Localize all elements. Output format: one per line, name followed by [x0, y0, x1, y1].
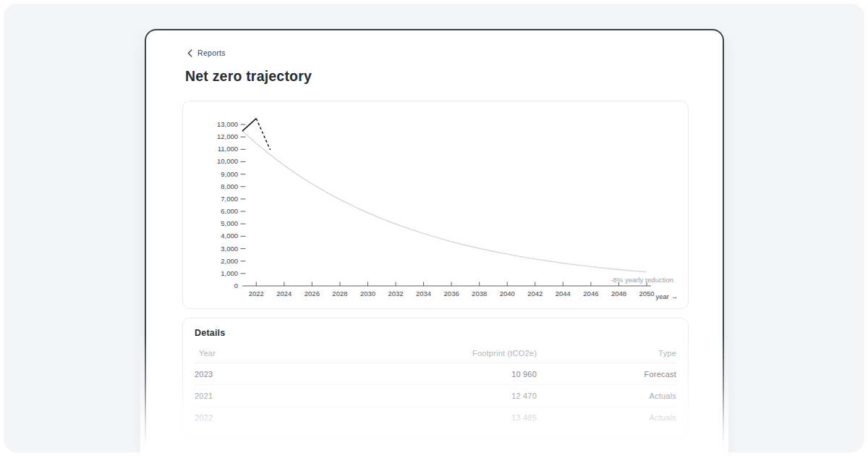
trajectory-chart-card: 01,0002,0003,0004,0005,0006,0007,0008,00…: [182, 101, 689, 309]
x-tick-label: 2026: [305, 290, 320, 297]
series--8-yearly-reduction-trajectory: [242, 131, 647, 272]
y-tick-label: 8,000: [221, 182, 238, 190]
table-header-row: Year Footprint (tCO2e) Type: [195, 344, 676, 363]
y-tick-label: 13,000: [217, 120, 238, 128]
y-tick-label: 0: [234, 282, 238, 290]
breadcrumb-back-link[interactable]: Reports: [187, 48, 226, 57]
window-content: Reports Net zero trajectory 01,0002,0003…: [146, 30, 723, 436]
y-tick-label: 5,000: [221, 219, 238, 227]
x-tick-label: 2042: [527, 290, 542, 297]
page: Reports Net zero trajectory 01,0002,0003…: [0, 0, 868, 456]
table-row: 2021 12 470 Actuals: [195, 385, 676, 407]
x-tick-label: 2038: [472, 290, 487, 297]
y-tick-label: 4,000: [221, 232, 238, 240]
y-tick-label: 2,000: [221, 257, 238, 265]
x-tick-label: 2048: [611, 290, 626, 297]
y-tick-label: 3,000: [221, 245, 238, 253]
x-tick-label: 2024: [276, 290, 292, 297]
cell-year: 2022: [195, 413, 260, 422]
y-tick-label: 9,000: [221, 170, 238, 178]
cell-type: Actuals: [537, 413, 676, 422]
details-table: Year Footprint (tCO2e) Type 2023 10 960 …: [195, 344, 676, 428]
y-tick-label: 6,000: [221, 207, 238, 215]
x-tick-label: 2022: [249, 290, 264, 297]
x-tick-label: 2036: [444, 290, 459, 297]
column-header-year: Year: [195, 349, 260, 358]
column-header-footprint: Footprint (tCO2e): [260, 349, 537, 358]
x-tick-label: 2034: [416, 290, 431, 297]
chevron-left-icon: [187, 49, 192, 57]
table-row: 2022 13 485 Actuals: [195, 407, 676, 428]
column-header-type: Type: [537, 349, 676, 358]
x-tick-label: 2030: [360, 290, 375, 297]
y-tick-label: 10,000: [217, 157, 238, 165]
x-tick-label: 2032: [388, 290, 403, 297]
details-title: Details: [195, 328, 676, 338]
x-tick-label: 2044: [556, 290, 571, 297]
net-zero-trajectory-chart: 01,0002,0003,0004,0005,0006,0007,0008,00…: [183, 101, 688, 308]
y-tick-label: 12,000: [217, 132, 238, 140]
x-axis-caption: year →: [655, 292, 678, 300]
breadcrumb-label: Reports: [197, 48, 226, 57]
reduction-annotation: -8% yearly reduction: [610, 276, 673, 284]
table-row: 2023 10 960 Forecast: [195, 363, 676, 385]
cell-footprint: 13 485: [260, 413, 537, 422]
y-tick-label: 7,000: [221, 195, 238, 203]
cell-type: Forecast: [537, 370, 676, 379]
y-tick-label: 1,000: [221, 269, 238, 277]
x-tick-label: 2028: [332, 290, 347, 297]
y-tick-label: 11,000: [218, 145, 238, 153]
x-tick-label: 2040: [500, 290, 515, 297]
x-tick-label: 2046: [583, 290, 598, 297]
cell-type: Actuals: [537, 392, 676, 400]
cell-year: 2021: [195, 392, 260, 400]
x-tick-label: 2050: [639, 290, 654, 297]
app-window: Reports Net zero trajectory 01,0002,0003…: [145, 29, 724, 456]
cell-year: 2023: [195, 370, 260, 379]
cell-footprint: 10 960: [260, 370, 537, 379]
details-card: Details Year Footprint (tCO2e) Type 2023…: [182, 318, 689, 436]
page-title: Net zero trajectory: [185, 68, 689, 85]
cell-footprint: 12 470: [260, 392, 537, 400]
